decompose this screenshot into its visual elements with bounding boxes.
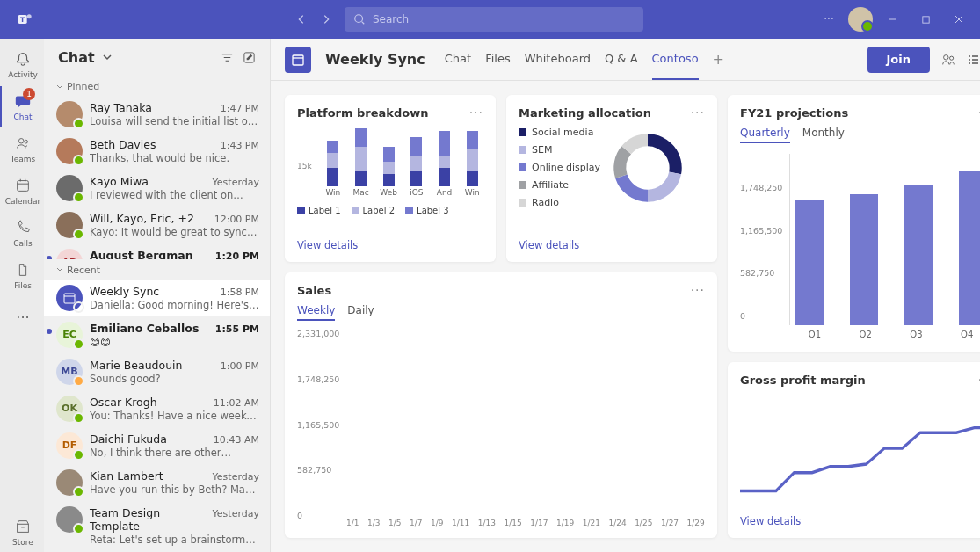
avatar: OK — [56, 396, 83, 422]
compose-button[interactable] — [243, 51, 256, 64]
chat-preview: I reviewed with the client on… — [90, 189, 259, 201]
svg-rect-7 — [18, 181, 29, 192]
subtab-monthly[interactable]: Monthly — [802, 127, 845, 143]
bar — [959, 171, 980, 325]
chat-name: Emiliano Ceballos — [90, 322, 199, 335]
subtab-quarterly[interactable]: Quarterly — [740, 127, 790, 143]
chat-name: August Bergman — [90, 249, 193, 259]
tab-whiteboard[interactable]: Whiteboard — [525, 39, 591, 80]
svg-rect-10 — [64, 294, 75, 303]
filter-button[interactable] — [221, 51, 234, 64]
title-bar: T Search ··· — [0, 0, 980, 39]
chat-row[interactable]: Team Design TemplateYesterdayReta: Let's… — [44, 501, 270, 551]
chat-preview: Daniella: Good morning! Here's t… — [90, 299, 259, 311]
rail-item-store[interactable]: Store — [0, 512, 44, 552]
sidebar-section-pinned[interactable]: Pinned — [44, 76, 270, 96]
avatar — [56, 138, 83, 164]
rail-item-teams[interactable]: Teams — [0, 128, 44, 169]
join-button[interactable]: Join — [867, 47, 930, 73]
svg-point-13 — [950, 56, 954, 60]
window-close-button[interactable] — [945, 7, 973, 32]
chat-preview: 😊😊 — [90, 336, 259, 348]
tab-chat[interactable]: Chat — [445, 39, 471, 80]
avatar — [56, 175, 83, 201]
card-platform-breakdown: Platform breakdown··· 15kWinMacWebiOSAnd… — [285, 95, 496, 262]
chat-name: Oscar Krogh — [90, 396, 157, 409]
gross-profit-chart — [740, 394, 980, 515]
unread-dot — [47, 329, 52, 334]
avatar: DF — [56, 432, 83, 459]
svg-point-5 — [18, 139, 23, 143]
bar — [904, 185, 933, 325]
chat-time: Yesterday — [213, 177, 259, 188]
chat-row[interactable]: OKOscar Krogh11:02 AMYou: Thanks! Have a… — [44, 390, 270, 427]
files-icon — [13, 260, 33, 280]
rail-item-activity[interactable]: Activity — [0, 44, 44, 84]
chat-time: Yesterday — [213, 508, 259, 519]
svg-text:T: T — [20, 16, 25, 24]
view-details-link[interactable]: View details — [519, 239, 705, 251]
window-maximize-button[interactable] — [911, 7, 940, 32]
avatar: MB — [56, 359, 83, 385]
chat-name: Marie Beaudouin — [90, 359, 182, 372]
badge: 1 — [23, 88, 35, 100]
rail-item-calendar[interactable]: Calendar — [0, 171, 44, 211]
card-sales: Sales··· WeeklyDaily 0582,7501,165,5001,… — [285, 272, 717, 538]
list-icon[interactable] — [967, 53, 980, 67]
sales-chart: 0582,7501,165,5001,748,2502,331,000 — [346, 333, 705, 515]
add-tab-button[interactable]: + — [713, 51, 724, 68]
chevron-down-icon[interactable] — [102, 52, 113, 62]
chat-name: Beth Davies — [90, 138, 156, 151]
avatar — [56, 101, 83, 127]
rail-more-button[interactable]: ··· — [0, 297, 44, 338]
svg-point-6 — [25, 140, 28, 143]
back-button[interactable] — [290, 8, 313, 31]
chat-row[interactable]: Kayo MiwaYesterdayI reviewed with the cl… — [44, 170, 270, 207]
tab-q-a[interactable]: Q & A — [605, 39, 638, 80]
rail-item-calls[interactable]: Calls — [0, 213, 44, 253]
chat-row[interactable]: Kian LambertYesterdayHave you run this b… — [44, 464, 270, 501]
rail-item-files[interactable]: Files — [0, 255, 44, 295]
people-icon[interactable] — [940, 52, 956, 68]
chat-row[interactable]: Weekly Sync1:58 PMDaniella: Good morning… — [44, 280, 270, 316]
tab-files[interactable]: Files — [485, 39, 511, 80]
chat-row[interactable]: Beth Davies1:43 PMThanks, that would be … — [44, 133, 270, 170]
chat-row[interactable]: MBMarie Beaudouin1:00 PMSounds good? — [44, 353, 270, 390]
chat-row[interactable]: ABAugust Bergman1:20 PMI haven't checked… — [44, 243, 270, 259]
projections-chart: 0582,7501,165,5001,748,250Q1Q2Q3Q4 — [789, 154, 980, 325]
card-more-button[interactable]: ··· — [691, 105, 705, 120]
chat-name: Weekly Sync — [90, 285, 159, 298]
window-minimize-button[interactable] — [878, 7, 906, 32]
chat-row[interactable]: Ray Tanaka1:47 PMLouisa will send the in… — [44, 96, 270, 133]
current-user-avatar[interactable] — [848, 7, 873, 32]
store-icon — [13, 517, 33, 536]
svg-rect-8 — [18, 524, 29, 532]
chat-name: Team Design Template — [90, 506, 213, 533]
more-button[interactable]: ··· — [815, 7, 843, 32]
platform-chart: 15kWinMacWebiOSAndWin — [322, 130, 483, 197]
chat-row[interactable]: Will, Kayo, Eric, +212:00 PMKayo: It wou… — [44, 207, 270, 243]
chat-row[interactable]: DFDaichi Fukuda10:43 AMNo, I think there… — [44, 427, 270, 464]
bell-icon — [13, 49, 33, 69]
view-details-link[interactable]: View details — [297, 239, 483, 251]
rail-item-chat[interactable]: Chat1 — [0, 86, 44, 127]
sidebar-section-recent[interactable]: Recent — [44, 259, 270, 280]
card-more-button[interactable]: ··· — [691, 283, 705, 297]
chevron-down-icon — [56, 84, 63, 91]
search-icon — [353, 13, 366, 25]
chat-time: 11:02 AM — [214, 397, 259, 409]
search-input[interactable]: Search — [345, 7, 643, 32]
main-panel: Weekly Sync ChatFilesWhiteboardQ & ACont… — [271, 39, 980, 552]
chat-sidebar: Chat Pinned Ray Tanaka1:47 PMLouisa will… — [44, 39, 271, 552]
chat-name: Daichi Fukuda — [90, 432, 167, 446]
avatar — [56, 285, 83, 311]
subtab-weekly[interactable]: Weekly — [297, 304, 335, 321]
chat-time: Yesterday — [213, 471, 259, 483]
subtab-daily[interactable]: Daily — [347, 304, 374, 321]
card-more-button[interactable]: ··· — [469, 105, 483, 120]
tab-contoso[interactable]: Contoso — [652, 39, 699, 80]
forward-button[interactable] — [315, 8, 338, 31]
view-details-link[interactable]: View details — [740, 515, 980, 527]
chat-name: Kian Lambert — [90, 469, 163, 483]
chat-row[interactable]: ECEmiliano Ceballos1:55 PM😊😊 — [44, 316, 270, 353]
